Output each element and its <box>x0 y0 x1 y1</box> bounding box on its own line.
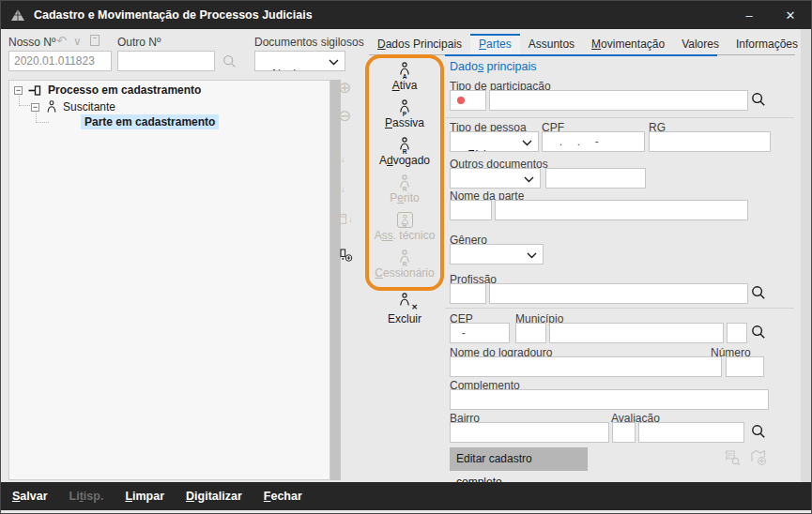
tree-row-suscitante[interactable]: − Suscitante <box>31 100 115 113</box>
tipo-participacao-field[interactable] <box>489 90 748 111</box>
logradouro-field[interactable] <box>450 356 722 377</box>
collapse-all-icon[interactable]: ⊖ <box>338 108 351 124</box>
window-title: Cadastro e Movimentação de Processos Jud… <box>34 8 313 22</box>
perito-button[interactable]: R Perito <box>369 174 440 212</box>
nome-parte-code-field[interactable] <box>450 200 492 220</box>
complemento-field[interactable] <box>450 389 769 410</box>
note-icon[interactable] <box>90 35 100 46</box>
avaliacao-code-field[interactable] <box>612 422 636 443</box>
chevron-down-icon <box>524 176 534 183</box>
tree-row-processo[interactable]: − Processo em cadastramento <box>14 83 201 97</box>
tabstrip: Dados Principais Partes Assuntos Movimen… <box>369 34 806 55</box>
avaliacao-field[interactable] <box>638 422 744 443</box>
profissao-code-field[interactable] <box>450 283 486 304</box>
chevron-down-icon <box>329 59 339 66</box>
person-r-icon: R <box>398 249 411 265</box>
scrollbar-track[interactable] <box>801 29 811 482</box>
outros-documentos-dropdown[interactable] <box>450 168 541 189</box>
nosso-numero-label: Nosso Nº <box>8 36 55 49</box>
assistente-tecnico-button[interactable]: R Ass. técnico <box>369 212 440 249</box>
outro-search-icon[interactable] <box>222 54 237 68</box>
tab-assuntos[interactable]: Assuntos <box>520 34 583 55</box>
profissao-field[interactable] <box>489 283 748 304</box>
fechar-button[interactable]: Fechar <box>264 490 302 503</box>
numero-field[interactable] <box>726 356 764 377</box>
map-add-icon[interactable] <box>749 448 768 467</box>
tipo-pessoa-dropdown[interactable]: Física <box>450 131 539 152</box>
bairro-field[interactable] <box>450 422 609 443</box>
avaliacao-search-icon[interactable] <box>751 424 766 439</box>
person-delete-icon: ✕ <box>398 293 411 310</box>
person-r-icon: R <box>398 137 411 153</box>
rg-field[interactable] <box>649 131 771 152</box>
profissao-search-icon[interactable] <box>751 285 766 300</box>
cep-field[interactable]: - <box>450 323 510 343</box>
tab-partes[interactable]: Partes <box>470 34 520 55</box>
undo-icon[interactable]: ↶ <box>56 34 67 48</box>
required-dot-icon <box>457 97 465 104</box>
editar-cadastro-completo-button[interactable]: Editar cadastro completo... <box>450 447 588 471</box>
footer-bar: Salvar Litisp. Limpar Digitalizar Fechar <box>1 482 811 510</box>
excluir-button[interactable]: ✕ Excluir <box>365 293 444 325</box>
person-icon <box>45 100 58 113</box>
selected-tree-item[interactable]: Parte em cadastramento <box>81 114 219 129</box>
cpf-field[interactable]: . . - <box>542 131 645 152</box>
outros-documentos-field[interactable] <box>545 168 646 189</box>
cessionario-button[interactable]: R Cessionário <box>369 249 440 287</box>
litisp-button[interactable]: Litisp. <box>69 490 104 503</box>
sort-date-icon[interactable]: ↓ <box>336 213 353 224</box>
ativa-button[interactable]: A Ativa <box>369 62 440 99</box>
process-tree: − Processo em cadastramento − Suscitante… <box>8 80 330 480</box>
uf-field[interactable] <box>727 323 747 343</box>
tipo-participacao-search-icon[interactable] <box>751 92 766 107</box>
nome-parte-field[interactable] <box>495 200 748 220</box>
expand-all-icon[interactable]: ⊕ <box>338 80 351 96</box>
tab-movimentacao[interactable]: Movimentação <box>583 34 673 55</box>
titlebar: Cadastro e Movimentação de Processos Jud… <box>1 1 811 29</box>
tab-dados-principais[interactable]: Dados Principais <box>369 34 470 55</box>
person-a-icon: A <box>398 62 411 78</box>
limpar-button[interactable]: Limpar <box>125 490 164 503</box>
section-accent-line <box>445 54 717 56</box>
advogado-button[interactable]: R Advogado <box>369 137 440 174</box>
documentos-sigilosos-dropdown[interactable]: Nenhum <box>254 51 345 71</box>
municipio-search-icon[interactable] <box>751 325 766 340</box>
process-search-icon[interactable]: P <box>723 448 742 467</box>
party-type-group: A Ativa P Passiva R Advogado R Perito <box>365 54 444 291</box>
sort-za-icon[interactable]: ZA ↓ <box>335 183 345 195</box>
minimize-icon[interactable]: – <box>728 1 770 29</box>
chevron-down-icon <box>522 140 532 146</box>
salvar-button[interactable]: Salvar <box>12 490 48 503</box>
history-chevron-icon[interactable]: ∨ <box>73 35 82 48</box>
documentos-sigilosos-label: Documentos sigilosos <box>254 36 364 49</box>
form-divider <box>445 117 794 118</box>
digitalizar-button[interactable]: Digitalizar <box>186 490 242 503</box>
genero-dropdown[interactable] <box>450 244 544 265</box>
person-r-icon: R <box>398 174 411 190</box>
tipo-participacao-code-field[interactable] <box>450 90 486 111</box>
chevron-down-icon <box>527 252 537 259</box>
person-p-icon: P <box>398 99 411 115</box>
process-icon <box>28 84 42 97</box>
dados-principais-link[interactable]: Dados principais <box>450 60 536 73</box>
collapse-icon[interactable]: − <box>14 86 23 95</box>
municipio-code-field[interactable] <box>515 323 546 343</box>
nosso-numero-field[interactable]: 2020.01.011823 <box>8 51 112 71</box>
svg-text:P: P <box>728 452 733 459</box>
tab-valores[interactable]: Valores <box>673 34 728 55</box>
tree-row-parte[interactable]: Parte em cadastramento <box>81 114 219 129</box>
collapse-icon[interactable]: − <box>31 103 39 112</box>
municipio-field[interactable] <box>549 323 724 343</box>
app-icon <box>10 8 25 22</box>
outro-numero-label: Outro Nº <box>117 36 161 49</box>
outro-numero-field[interactable] <box>117 51 215 71</box>
sort-az-icon[interactable]: AZ ↓ <box>335 153 345 165</box>
form-divider <box>445 308 794 309</box>
add-participation-icon[interactable] <box>339 249 353 262</box>
app-window: Cadastro e Movimentação de Processos Jud… <box>0 0 812 514</box>
close-icon[interactable]: ✕ <box>770 1 811 29</box>
passiva-button[interactable]: P Passiva <box>369 99 440 137</box>
person-badge-icon: R <box>397 212 413 228</box>
splitter-handle[interactable] <box>330 80 341 480</box>
tab-informacoes[interactable]: Informações <box>728 34 806 55</box>
